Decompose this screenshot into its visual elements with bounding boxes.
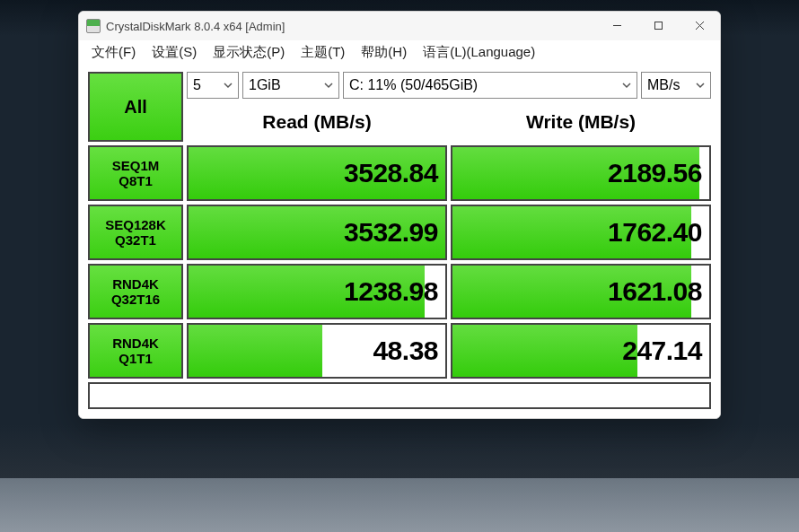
read-cell: 3528.84 bbox=[187, 145, 447, 201]
runs-select[interactable]: 5 bbox=[187, 72, 239, 99]
app-icon bbox=[86, 19, 101, 33]
test-label-line2: Q1T1 bbox=[119, 351, 153, 366]
status-footer bbox=[88, 382, 711, 409]
result-row: SEQ128KQ32T13532.991762.40 bbox=[88, 205, 711, 260]
minimize-button[interactable] bbox=[596, 12, 637, 40]
chevron-down-icon bbox=[224, 77, 233, 93]
menu-help[interactable]: 帮助(H) bbox=[361, 44, 407, 61]
menu-settings[interactable]: 设置(S) bbox=[152, 44, 197, 61]
write-header: Write (MB/s) bbox=[451, 102, 711, 142]
drive-select[interactable]: C: 11% (50/465GiB) bbox=[343, 72, 637, 99]
read-cell: 1238.98 bbox=[187, 264, 447, 319]
title-bar[interactable]: CrystalDiskMark 8.0.4 x64 [Admin] bbox=[79, 12, 720, 40]
menu-bar: 文件(F) 设置(S) 显示状态(P) 主题(T) 帮助(H) 语言(L)(La… bbox=[79, 40, 720, 66]
chevron-down-icon bbox=[622, 77, 631, 93]
read-bar bbox=[189, 325, 322, 377]
write-value: 247.14 bbox=[622, 325, 702, 377]
read-value: 1238.98 bbox=[344, 266, 438, 318]
read-header: Read (MB/s) bbox=[187, 102, 447, 142]
menu-theme[interactable]: 主题(T) bbox=[301, 44, 345, 61]
read-cell: 48.38 bbox=[187, 323, 447, 379]
close-icon bbox=[695, 20, 705, 33]
drive-value: C: 11% (50/465GiB) bbox=[349, 77, 478, 93]
svg-rect-1 bbox=[654, 22, 662, 29]
window-title: CrystalDiskMark 8.0.4 x64 [Admin] bbox=[106, 20, 285, 33]
maximize-button[interactable] bbox=[637, 12, 679, 40]
write-cell: 1762.40 bbox=[451, 205, 711, 260]
test-label-line2: Q8T1 bbox=[119, 173, 153, 188]
test-label-line2: Q32T16 bbox=[111, 292, 160, 307]
write-cell: 247.14 bbox=[451, 323, 711, 379]
test-button-rnd4k-q1t1[interactable]: RND4KQ1T1 bbox=[88, 323, 183, 379]
read-cell: 3532.99 bbox=[187, 205, 447, 260]
test-button-seq128k-q32t1[interactable]: SEQ128KQ32T1 bbox=[88, 205, 183, 260]
read-value: 48.38 bbox=[373, 325, 438, 377]
test-label-line1: RND4K bbox=[112, 336, 159, 351]
app-window: CrystalDiskMark 8.0.4 x64 [Admin] 文件(F) … bbox=[78, 11, 721, 419]
write-cell: 1621.08 bbox=[451, 264, 711, 319]
write-bar bbox=[452, 325, 637, 377]
write-value: 2189.56 bbox=[608, 147, 702, 199]
test-label-line2: Q32T1 bbox=[115, 232, 156, 248]
chevron-down-icon bbox=[324, 77, 333, 93]
result-row: SEQ1MQ8T13528.842189.56 bbox=[88, 145, 711, 201]
close-button[interactable] bbox=[679, 12, 720, 40]
unit-select[interactable]: MB/s bbox=[641, 72, 711, 99]
read-value: 3532.99 bbox=[344, 206, 438, 258]
test-label-line1: SEQ1M bbox=[112, 158, 160, 173]
menu-file[interactable]: 文件(F) bbox=[92, 44, 136, 61]
maximize-icon bbox=[654, 20, 663, 33]
read-value: 3528.84 bbox=[344, 147, 438, 199]
test-label-line1: RND4K bbox=[112, 276, 159, 292]
content-area: All 5 1GiB C: 11% (50/465GiB) MB/s Read … bbox=[79, 66, 720, 418]
menu-state[interactable]: 显示状态(P) bbox=[213, 44, 285, 61]
result-row: RND4KQ32T161238.981621.08 bbox=[88, 264, 711, 319]
run-all-button[interactable]: All bbox=[88, 72, 183, 142]
test-label-line1: SEQ128K bbox=[105, 217, 166, 232]
write-value: 1621.08 bbox=[608, 266, 702, 318]
result-row: RND4KQ1T148.38247.14 bbox=[88, 323, 711, 379]
runs-value: 5 bbox=[193, 77, 201, 93]
unit-value: MB/s bbox=[647, 77, 680, 93]
write-value: 1762.40 bbox=[608, 206, 702, 258]
chevron-down-icon bbox=[696, 77, 705, 93]
minimize-icon bbox=[612, 20, 622, 33]
write-cell: 2189.56 bbox=[451, 145, 711, 201]
size-value: 1GiB bbox=[249, 77, 281, 93]
test-button-rnd4k-q32t16[interactable]: RND4KQ32T16 bbox=[88, 264, 183, 319]
menu-language[interactable]: 语言(L)(Language) bbox=[423, 44, 535, 61]
size-select[interactable]: 1GiB bbox=[242, 72, 339, 99]
test-button-seq1m-q8t1[interactable]: SEQ1MQ8T1 bbox=[88, 145, 183, 201]
